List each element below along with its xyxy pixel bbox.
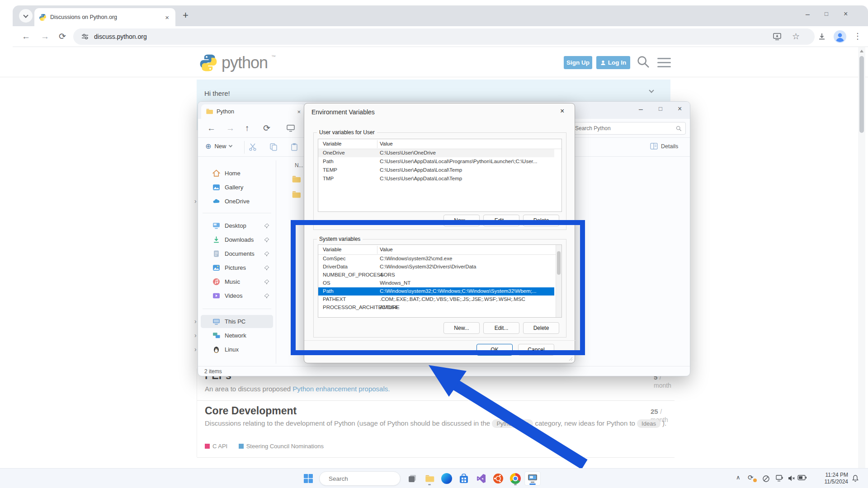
forward-button[interactable]: → xyxy=(41,32,49,41)
sidebar-item-network[interactable]: › Network xyxy=(201,329,273,342)
taskbar-clock[interactable]: 11:24 PM 11/5/2024 xyxy=(825,472,849,485)
name-column-header[interactable]: N... xyxy=(295,162,303,169)
explorer-back-icon[interactable]: ← xyxy=(207,124,216,132)
paste-icon[interactable] xyxy=(290,143,298,151)
header-divider xyxy=(0,77,868,77)
details-button[interactable]: Details xyxy=(650,143,678,150)
explorer-forward-icon[interactable]: → xyxy=(226,124,235,132)
explorer-search-input[interactable] xyxy=(575,125,676,131)
downloads-icon[interactable] xyxy=(817,32,826,41)
edge-button[interactable] xyxy=(439,471,454,486)
sidebar-item-desktop[interactable]: Desktop xyxy=(201,219,273,232)
ubuntu-button[interactable] xyxy=(491,471,505,486)
visual-studio-button[interactable] xyxy=(474,471,488,486)
file-explorer-button[interactable] xyxy=(422,471,437,486)
explorer-search-box[interactable] xyxy=(571,122,686,135)
copy-icon[interactable] xyxy=(269,143,278,151)
folder-item-icon[interactable] xyxy=(291,190,301,199)
dialog-close-icon[interactable]: × xyxy=(560,107,564,115)
system-properties-button[interactable] xyxy=(524,471,541,486)
expander-icon[interactable]: › xyxy=(194,318,197,325)
sidebar-item-home[interactable]: Home xyxy=(201,167,273,180)
refresh-button[interactable]: ⟳ xyxy=(59,32,66,41)
cut-icon[interactable] xyxy=(249,143,257,151)
new-tab-button[interactable]: + xyxy=(183,9,189,21)
site-settings-icon[interactable] xyxy=(81,33,89,40)
chrome-button[interactable] xyxy=(508,471,523,486)
c-api-tag[interactable]: C API xyxy=(212,443,227,450)
hamburger-menu-icon[interactable] xyxy=(657,58,671,67)
address-bar[interactable]: discuss.python.org ☆ xyxy=(73,28,815,45)
store-button[interactable] xyxy=(457,471,471,486)
browser-tab[interactable]: Discussions on Python.org × xyxy=(34,8,175,26)
forum-search-icon[interactable] xyxy=(637,55,650,69)
sidebar-item-this-pc[interactable]: › This PC xyxy=(201,315,273,328)
table-row[interactable]: OneDriveC:\Users\User\OneDrive xyxy=(318,149,554,157)
table-row[interactable]: PathC:\Users\User\AppData\Local\Programs… xyxy=(318,158,554,166)
folder-item-icon[interactable] xyxy=(291,175,301,184)
sidebar-item-gallery[interactable]: Gallery xyxy=(201,181,273,194)
chevron-down-icon xyxy=(23,13,28,18)
python-logo[interactable] xyxy=(199,53,218,72)
sidebar-item-downloads[interactable]: Downloads xyxy=(201,233,273,246)
browser-menu-icon[interactable]: ⋮ xyxy=(854,31,862,41)
save-to-device-icon[interactable] xyxy=(773,33,781,41)
url-text[interactable]: discuss.python.org xyxy=(94,33,147,40)
sidebar-item-linux[interactable]: › Linux xyxy=(201,343,273,356)
explorer-maximize-button[interactable]: □ xyxy=(659,106,662,112)
new-menu-button[interactable]: ⊕ New xyxy=(205,142,232,150)
sync-icon[interactable]: ⟳ xyxy=(748,474,754,482)
sidebar-item-onedrive[interactable]: › OneDrive xyxy=(201,195,273,208)
sidebar-section-divider-2 xyxy=(203,309,271,309)
peps-link[interactable]: Python enhancement proposals. xyxy=(292,385,390,393)
privacy-blocked-icon[interactable] xyxy=(762,475,770,483)
notification-bell-icon[interactable] xyxy=(852,474,859,482)
bookmark-star-icon[interactable]: ☆ xyxy=(792,31,800,42)
expander-icon[interactable]: › xyxy=(194,346,197,353)
user-variables-table[interactable]: Variable Value OneDriveC:\Users\User\One… xyxy=(318,139,562,212)
resize-grip[interactable] xyxy=(568,357,573,361)
explorer-tab-close-icon[interactable]: × xyxy=(297,108,301,115)
ideas-badge[interactable]: Ideas xyxy=(637,419,660,428)
explorer-up-icon[interactable]: ↑ xyxy=(245,124,250,132)
network-icon[interactable] xyxy=(776,475,784,482)
page-scrollbar[interactable] xyxy=(858,47,865,468)
explorer-refresh-icon[interactable]: ⟳ xyxy=(263,124,270,132)
category-list: PEPs 5 / month An area to discuss propos… xyxy=(197,369,674,457)
window-close-button[interactable]: × xyxy=(844,10,848,18)
items-count: 2 items xyxy=(204,368,222,375)
window-minimize-button[interactable]: – xyxy=(806,11,810,18)
log-in-button[interactable]: Log In xyxy=(596,56,630,69)
steering-tag[interactable]: Steering Council Nominations xyxy=(246,443,324,450)
scroll-up-arrow[interactable] xyxy=(860,50,863,52)
python-help-badge[interactable]: Python Help xyxy=(492,419,533,428)
taskbar-search-input[interactable] xyxy=(329,475,409,482)
sidebar-item-pictures[interactable]: Pictures xyxy=(201,261,273,274)
start-button[interactable] xyxy=(301,471,316,486)
tab-close-icon[interactable]: × xyxy=(163,14,171,21)
explorer-close-button[interactable]: × xyxy=(678,105,682,113)
sidebar-item-videos[interactable]: Videos xyxy=(201,289,273,302)
tray-expand-icon[interactable]: ∧ xyxy=(736,474,741,481)
explorer-minimize-button[interactable]: – xyxy=(639,106,643,113)
profile-avatar[interactable] xyxy=(833,30,847,43)
sidebar-item-music[interactable]: Music xyxy=(201,275,273,288)
table-row[interactable]: TEMPC:\Users\User\AppData\Local\Temp xyxy=(318,166,554,174)
tab-search-button[interactable] xyxy=(19,9,33,23)
back-button[interactable]: ← xyxy=(22,32,30,41)
banner-collapse-icon[interactable] xyxy=(649,88,654,93)
sidebar-item-documents[interactable]: Documents xyxy=(201,247,273,260)
task-view-button[interactable] xyxy=(405,471,420,486)
expander-icon[interactable]: › xyxy=(194,332,197,339)
battery-icon[interactable] xyxy=(797,475,807,480)
scrollbar-thumb[interactable] xyxy=(859,56,864,133)
sign-up-button[interactable]: Sign Up xyxy=(564,56,592,69)
taskbar-search[interactable] xyxy=(319,471,401,486)
volume-muted-icon[interactable] xyxy=(788,475,795,482)
explorer-tab[interactable]: Python × xyxy=(201,104,305,119)
expander-icon[interactable]: › xyxy=(194,197,197,205)
core-development-title[interactable]: Core Development xyxy=(205,405,297,417)
python-wordmark[interactable]: python xyxy=(222,53,268,72)
table-row[interactable]: TMPC:\Users\User\AppData\Local\Temp xyxy=(318,175,554,183)
window-maximize-button[interactable]: □ xyxy=(825,11,828,17)
